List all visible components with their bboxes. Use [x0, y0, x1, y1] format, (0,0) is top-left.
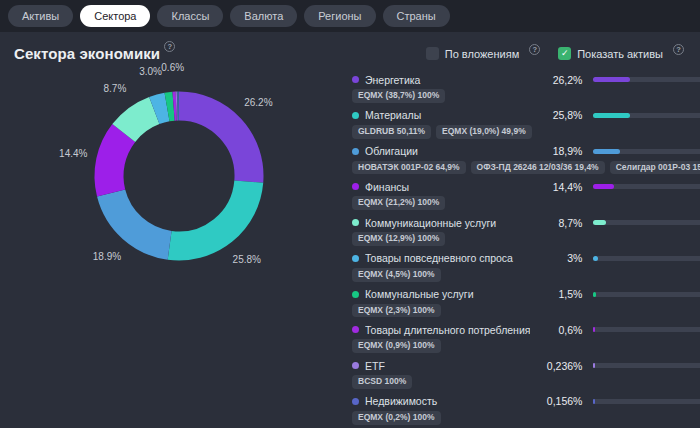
sector-progress-bar — [593, 77, 700, 82]
sector-row[interactable]: Финансы14,4%EQMX (21,2%) 100% — [352, 180, 700, 210]
sector-row[interactable]: Коммунальные услуги1,5%EQMX (2,3%) 100% — [352, 288, 700, 318]
sector-color-dot — [352, 148, 359, 155]
holding-chip[interactable]: Селигдар 001Р-03 15,6% — [610, 161, 700, 175]
donut-segment-label: 26.2% — [244, 97, 272, 108]
holding-chip[interactable]: EQMX (4,5%) 100% — [352, 268, 441, 282]
sector-name: Товары длительного потребления — [365, 324, 530, 336]
by-investments-checkbox[interactable] — [426, 47, 439, 60]
sector-progress-fill — [593, 113, 629, 118]
sector-color-dot — [352, 219, 359, 226]
tab-classes[interactable]: Классы — [157, 5, 223, 27]
sector-row-top: Облигации18,9% — [352, 145, 700, 158]
by-investments-label: По вложениям — [445, 48, 519, 60]
holding-chip[interactable]: BCSD 100% — [352, 375, 412, 389]
tab-countries[interactable]: Страны — [383, 5, 450, 27]
sector-progress-bar — [593, 363, 700, 368]
sector-name: Коммуникационные услуги — [365, 217, 530, 229]
sector-percent: 3% — [530, 252, 582, 264]
sector-progress-fill — [593, 292, 595, 297]
holding-chip[interactable]: EQMX (12,9%) 100% — [352, 232, 445, 246]
sector-progress-bar — [593, 113, 700, 118]
sector-name: Недвижимость — [365, 395, 530, 407]
donut-segment-1[interactable] — [170, 182, 249, 246]
sector-row-top: ETF0,236% — [352, 359, 700, 372]
sector-row[interactable]: ETF0,236%BCSD 100% — [352, 359, 700, 389]
donut-segment-3[interactable] — [109, 133, 124, 193]
view-tabs-bar: Активы Сектора Классы Валюта Регионы Стр… — [0, 0, 700, 32]
tab-assets[interactable]: Активы — [8, 5, 73, 27]
sector-percent: 26,2% — [530, 74, 582, 86]
sector-percent: 25,8% — [530, 109, 582, 121]
main-content: 26.2%25.8%18.9%14.4%8.7%3.0%0.6% Энергет… — [0, 64, 700, 428]
sector-row-top: Коммунальные услуги1,5% — [352, 288, 700, 301]
holding-chip[interactable]: EQMX (38,7%) 100% — [352, 89, 445, 103]
donut-segment-label: 25.8% — [233, 254, 261, 265]
sector-row-top: Материалы25,8% — [352, 109, 700, 122]
sector-color-dot — [352, 255, 359, 262]
holding-chip[interactable]: EQMX (21,2%) 100% — [352, 196, 445, 210]
chart-controls: По вложениям ? ✓ Показать активы ? — [426, 45, 684, 60]
sector-row[interactable]: Товары повседневного спроса3%EQMX (4,5%)… — [352, 252, 700, 282]
donut-segment-0[interactable] — [179, 106, 249, 182]
donut-segment-4[interactable] — [124, 111, 155, 133]
tab-regions[interactable]: Регионы — [304, 5, 375, 27]
holdings-chips: GLDRUB 50,11%EQMX (19,0%) 49,9% — [352, 125, 700, 139]
holding-chip[interactable]: ОФЗ-ПД 26246 12/03/36 19,4% — [471, 161, 605, 175]
holdings-chips: EQMX (21,2%) 100% — [352, 196, 700, 210]
sector-name: Товары повседневного спроса — [365, 252, 530, 264]
by-investments-control[interactable]: По вложениям ? — [426, 47, 540, 60]
sector-row[interactable]: Коммуникационные услуги8,7%EQMX (12,9%) … — [352, 216, 700, 246]
sector-color-dot — [352, 362, 359, 369]
sector-percent: 0,156% — [530, 395, 582, 407]
donut-chart-pane: 26.2%25.8%18.9%14.4%8.7%3.0%0.6% — [0, 64, 352, 428]
sector-progress-fill — [593, 220, 605, 225]
donut-segment-6[interactable] — [167, 106, 174, 107]
donut-segment-label: 0.6% — [161, 62, 184, 73]
show-assets-checkbox[interactable]: ✓ — [558, 47, 571, 60]
holding-chip[interactable]: НОВАТЭК 001Р-02 64,9% — [352, 161, 466, 175]
donut-segment-5[interactable] — [154, 107, 167, 110]
sector-color-dot — [352, 398, 359, 405]
sector-row[interactable]: Товары длительного потребления0,6%EQMX (… — [352, 323, 700, 353]
tab-currency[interactable]: Валюта — [230, 5, 297, 27]
sector-row-top: Товары повседневного спроса3% — [352, 252, 700, 265]
sector-progress-bar — [593, 220, 700, 225]
holdings-chips: EQMX (2,3%) 100% — [352, 304, 700, 318]
sector-progress-bar — [593, 149, 700, 154]
sector-percent: 0,236% — [530, 360, 582, 372]
sector-progress-bar — [593, 292, 700, 297]
sector-name: Материалы — [365, 109, 530, 121]
sector-progress-fill — [593, 327, 595, 332]
title-row: Сектора экономики ? По вложениям ? ✓ Пок… — [0, 32, 700, 64]
holding-chip[interactable]: EQMX (0,2%) 100% — [352, 411, 441, 425]
donut-segment-label: 3.0% — [139, 66, 162, 77]
sector-name: Энергетика — [365, 74, 530, 86]
sector-color-dot — [352, 76, 359, 83]
holdings-chips: EQMX (4,5%) 100% — [352, 268, 700, 282]
by-investments-help-icon[interactable]: ? — [529, 44, 540, 55]
sector-row[interactable]: Энергетика26,2%EQMX (38,7%) 100% — [352, 73, 700, 103]
holdings-chips: EQMX (0,2%) 100% — [352, 411, 700, 425]
holdings-chips: EQMX (38,7%) 100% — [352, 89, 700, 103]
sector-row-top: Энергетика26,2% — [352, 73, 700, 86]
sector-progress-fill — [593, 77, 630, 82]
sector-name: Облигации — [365, 145, 530, 157]
sector-row[interactable]: Материалы25,8%GLDRUB 50,11%EQMX (19,0%) … — [352, 109, 700, 139]
title-help-icon[interactable]: ? — [164, 41, 175, 52]
holding-chip[interactable]: EQMX (0,9%) 100% — [352, 339, 441, 353]
holding-chip[interactable]: EQMX (19,0%) 49,9% — [436, 125, 532, 139]
sector-row[interactable]: Недвижимость0,156%EQMX (0,2%) 100% — [352, 395, 700, 425]
donut-segment-2[interactable] — [111, 193, 170, 245]
show-assets-help-icon[interactable]: ? — [673, 44, 684, 55]
sector-progress-fill — [593, 184, 613, 189]
sector-progress-bar — [593, 327, 700, 332]
holdings-chips: НОВАТЭК 001Р-02 64,9%ОФЗ-ПД 26246 12/03/… — [352, 161, 700, 175]
holding-chip[interactable]: GLDRUB 50,11% — [352, 125, 431, 139]
tab-sectors[interactable]: Сектора — [80, 5, 150, 27]
holding-chip[interactable]: EQMX (2,3%) 100% — [352, 304, 441, 318]
sector-row[interactable]: Облигации18,9%НОВАТЭК 001Р-02 64,9%ОФЗ-П… — [352, 145, 700, 175]
show-assets-control[interactable]: ✓ Показать активы ? — [558, 47, 684, 60]
donut-segment-label: 18.9% — [93, 251, 121, 262]
sector-progress-fill — [593, 399, 595, 404]
sector-row-top: Финансы14,4% — [352, 180, 700, 193]
